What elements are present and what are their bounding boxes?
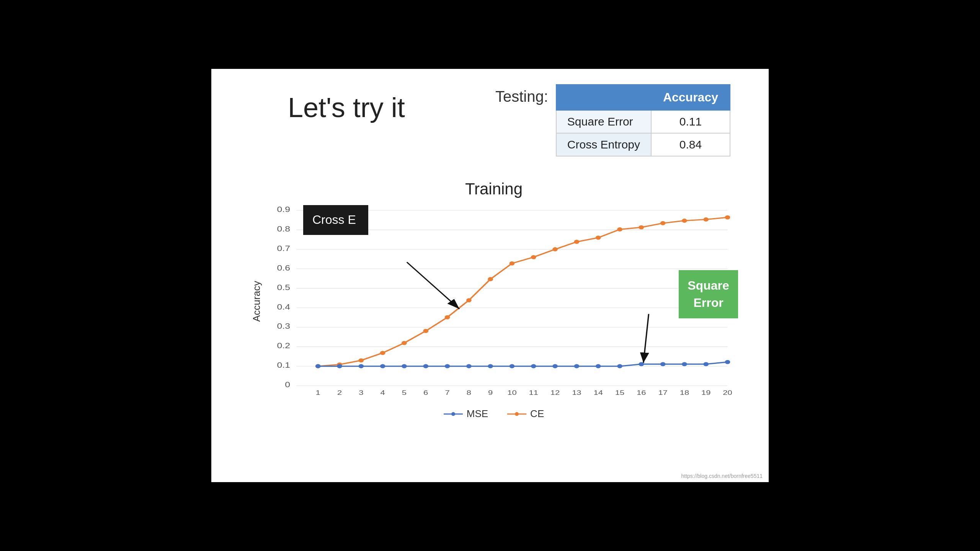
svg-text:10: 10 <box>507 389 516 396</box>
svg-text:11: 11 <box>529 389 538 396</box>
svg-point-52 <box>574 240 580 244</box>
y-axis-label: Accuracy <box>250 202 263 401</box>
legend-ce: CE <box>507 408 544 420</box>
legend-ce-label: CE <box>530 408 544 420</box>
svg-line-81 <box>644 314 649 363</box>
square-error-annotation: Square Error <box>679 270 738 318</box>
slide: Let's try it Testing: Accuracy Square Er… <box>211 69 769 482</box>
svg-point-61 <box>337 364 342 368</box>
svg-point-64 <box>402 364 407 368</box>
testing-label: Testing: <box>495 84 548 105</box>
svg-text:0.1: 0.1 <box>277 361 290 370</box>
svg-point-59 <box>725 215 730 220</box>
svg-text:1: 1 <box>316 389 320 396</box>
svg-point-60 <box>315 364 321 368</box>
svg-point-79 <box>725 360 730 364</box>
svg-point-78 <box>703 362 709 366</box>
svg-text:16: 16 <box>637 389 646 396</box>
svg-text:5: 5 <box>402 389 407 396</box>
accuracy-cross-entropy: 0.84 <box>651 133 730 156</box>
svg-text:7: 7 <box>445 389 449 396</box>
svg-point-67 <box>466 364 472 368</box>
svg-text:0.8: 0.8 <box>277 225 290 233</box>
svg-point-63 <box>380 364 385 368</box>
svg-point-70 <box>531 364 536 368</box>
table-header-accuracy: Accuracy <box>651 85 730 110</box>
svg-text:6: 6 <box>423 389 428 396</box>
legend-mse: MSE <box>444 408 488 420</box>
svg-point-69 <box>510 364 515 368</box>
page-title: Let's try it <box>288 92 405 123</box>
chart-title: Training <box>250 180 738 198</box>
svg-point-46 <box>445 315 450 320</box>
svg-point-42 <box>358 358 364 362</box>
svg-point-50 <box>531 255 536 259</box>
legend-mse-label: MSE <box>467 408 488 420</box>
cross-entropy-annotation: Cross E <box>303 205 368 235</box>
svg-text:0: 0 <box>285 381 290 389</box>
svg-text:13: 13 <box>572 389 581 396</box>
svg-point-86 <box>515 412 519 416</box>
method-cross-entropy: Cross Entropy <box>556 133 651 156</box>
chart-inner: Cross E Square Error <box>265 202 738 401</box>
svg-text:17: 17 <box>658 389 667 396</box>
legend-ce-line-icon <box>507 411 526 417</box>
legend-mse-line-icon <box>444 411 463 417</box>
svg-text:4: 4 <box>381 389 385 396</box>
svg-text:20: 20 <box>723 389 732 396</box>
svg-point-68 <box>488 364 493 368</box>
svg-text:19: 19 <box>701 389 710 396</box>
svg-text:15: 15 <box>615 389 624 396</box>
svg-point-54 <box>617 227 622 231</box>
svg-point-66 <box>445 364 450 368</box>
svg-point-58 <box>703 217 709 222</box>
svg-point-62 <box>358 364 364 368</box>
svg-text:0.5: 0.5 <box>277 283 290 292</box>
testing-section: Testing: Accuracy Square Error 0.11 Cros… <box>495 84 730 156</box>
results-table: Accuracy Square Error 0.11 Cross Entropy… <box>556 84 730 156</box>
svg-line-80 <box>407 262 459 309</box>
table-row: Cross Entropy 0.84 <box>556 133 730 156</box>
svg-point-74 <box>617 364 622 368</box>
svg-point-72 <box>574 364 580 368</box>
svg-text:0.2: 0.2 <box>277 342 290 350</box>
svg-text:18: 18 <box>680 389 689 396</box>
svg-text:9: 9 <box>488 389 493 396</box>
svg-point-56 <box>660 221 666 225</box>
url-note: https://blog.csdn.net/bornfree5511 <box>681 473 763 479</box>
svg-point-53 <box>596 236 601 240</box>
chart-legend: MSE CE <box>250 408 738 420</box>
chart-wrap: Accuracy Cross E Square Error <box>250 202 738 401</box>
svg-text:8: 8 <box>467 389 471 396</box>
svg-text:0.6: 0.6 <box>277 264 290 272</box>
svg-point-47 <box>466 298 472 302</box>
svg-text:3: 3 <box>359 389 363 396</box>
svg-point-55 <box>639 225 644 230</box>
svg-text:0.7: 0.7 <box>277 244 290 253</box>
svg-point-43 <box>380 351 385 355</box>
accuracy-square-error: 0.11 <box>651 110 730 133</box>
svg-text:12: 12 <box>550 389 560 396</box>
svg-point-73 <box>596 364 601 368</box>
svg-point-76 <box>660 362 666 366</box>
svg-point-48 <box>488 277 493 281</box>
svg-text:0.4: 0.4 <box>277 303 290 311</box>
chart-container: Training Accuracy Cross E Square Error <box>250 180 738 444</box>
svg-point-84 <box>451 412 455 416</box>
svg-point-77 <box>682 362 687 366</box>
svg-point-57 <box>682 218 687 223</box>
svg-text:2: 2 <box>337 389 342 396</box>
svg-point-45 <box>423 329 428 333</box>
svg-point-49 <box>510 261 515 266</box>
svg-point-71 <box>552 364 558 368</box>
svg-point-65 <box>423 364 428 368</box>
svg-text:0.9: 0.9 <box>277 205 290 214</box>
svg-point-51 <box>552 247 558 251</box>
svg-point-44 <box>402 341 407 345</box>
svg-text:0.3: 0.3 <box>277 322 290 331</box>
table-header-empty <box>556 85 651 110</box>
method-square-error: Square Error <box>556 110 651 133</box>
svg-text:14: 14 <box>593 389 603 396</box>
table-row: Square Error 0.11 <box>556 110 730 133</box>
